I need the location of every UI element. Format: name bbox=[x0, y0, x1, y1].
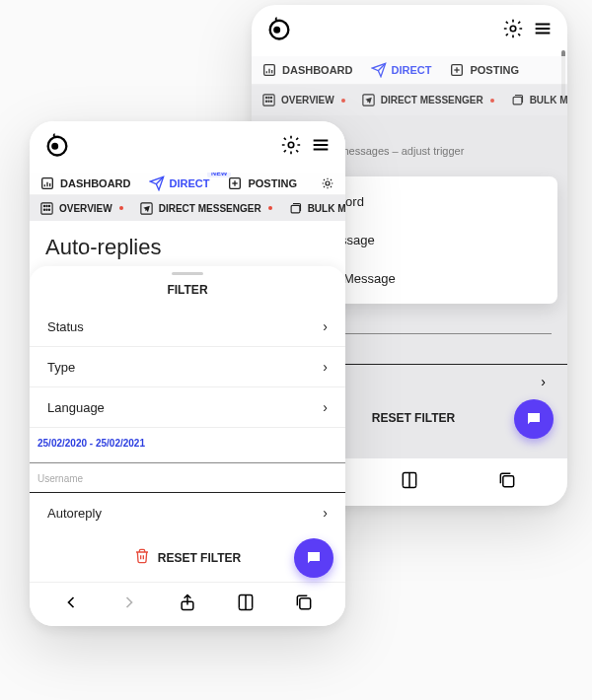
svg-point-41 bbox=[48, 205, 49, 206]
tab-label: DIRECT bbox=[170, 177, 210, 189]
filter-label: Language bbox=[47, 400, 105, 415]
header bbox=[252, 5, 567, 56]
sub-tabs: OVERVIEW DIRECT MESSENGER BULK MESSAGE bbox=[252, 85, 567, 115]
tab-dashboard[interactable]: DASHBOARD bbox=[39, 175, 131, 191]
filter-label: Autoreply bbox=[47, 506, 102, 521]
tab-label: DASHBOARD bbox=[60, 177, 131, 189]
svg-point-26 bbox=[288, 142, 294, 148]
svg-point-40 bbox=[46, 205, 47, 206]
placeholder: Username bbox=[37, 473, 83, 484]
subtab-label: OVERVIEW bbox=[281, 95, 334, 105]
tab-direct[interactable]: DIRECT bbox=[371, 62, 432, 78]
chevron-right-icon: › bbox=[323, 359, 328, 375]
filter-label: Type bbox=[47, 360, 75, 375]
bookmarks-icon[interactable] bbox=[400, 470, 419, 494]
chat-fab[interactable] bbox=[294, 538, 333, 578]
settings-icon[interactable] bbox=[280, 134, 302, 160]
share-icon[interactable] bbox=[178, 593, 197, 616]
filter-autoreply[interactable]: Autoreply › bbox=[30, 493, 345, 532]
svg-point-25 bbox=[52, 144, 57, 149]
svg-point-44 bbox=[48, 209, 49, 210]
chevron-right-icon: › bbox=[323, 399, 328, 415]
notification-dot bbox=[119, 206, 123, 210]
tab-label: DIRECT bbox=[392, 64, 432, 76]
svg-point-18 bbox=[268, 101, 269, 102]
tab-label: POSTING bbox=[248, 177, 297, 189]
filter-type[interactable]: Type › bbox=[30, 347, 345, 387]
chat-fab[interactable] bbox=[514, 399, 554, 439]
subtab-overview[interactable]: OVERVIEW bbox=[261, 93, 345, 107]
subtab-bulk[interactable]: BULK MESSAGE bbox=[510, 93, 567, 107]
tab-dashboard[interactable]: DASHBOARD bbox=[261, 62, 353, 78]
svg-rect-13 bbox=[263, 95, 274, 105]
filter-label: Status bbox=[47, 319, 84, 334]
svg-point-43 bbox=[46, 209, 47, 210]
subtab-label: DIRECT MESSENGER bbox=[159, 203, 261, 214]
subtab-direct-messenger[interactable]: DIRECT MESSENGER bbox=[361, 93, 494, 107]
filter-date-range[interactable]: 25/02/2020 - 25/02/2021 bbox=[30, 428, 345, 463]
chevron-right-icon: › bbox=[323, 505, 328, 521]
tabs-icon[interactable] bbox=[294, 593, 314, 616]
trash-icon bbox=[134, 548, 150, 568]
svg-point-15 bbox=[268, 97, 269, 98]
subtab-bulk[interactable]: BULK MESSAGE bbox=[288, 201, 345, 216]
menu-icon[interactable] bbox=[532, 18, 554, 43]
tab-more[interactable] bbox=[320, 175, 335, 191]
forward-icon bbox=[119, 593, 139, 616]
browser-toolbar bbox=[30, 582, 345, 626]
svg-rect-46 bbox=[291, 205, 300, 213]
svg-point-17 bbox=[265, 101, 266, 102]
tab-posting[interactable]: POSTING bbox=[227, 175, 297, 191]
filter-status[interactable]: Status › bbox=[30, 307, 345, 347]
svg-point-14 bbox=[265, 97, 266, 98]
filter-username-input[interactable]: Username bbox=[30, 463, 345, 493]
svg-point-42 bbox=[43, 209, 44, 210]
sub-tabs: OVERVIEW DIRECT MESSENGER BULK MESSAGE bbox=[30, 195, 345, 221]
back-icon[interactable] bbox=[61, 593, 81, 616]
reset-label: RESET FILTER bbox=[372, 411, 455, 425]
tab-label: POSTING bbox=[470, 64, 519, 76]
filter-heading: FILTER bbox=[30, 279, 345, 307]
subtab-overview[interactable]: OVERVIEW bbox=[39, 201, 123, 216]
svg-point-1 bbox=[274, 28, 279, 33]
tab-direct[interactable]: DIRECT NEW bbox=[149, 175, 210, 191]
sheet-handle[interactable] bbox=[172, 272, 203, 275]
tab-label: DASHBOARD bbox=[282, 64, 353, 76]
settings-icon[interactable] bbox=[502, 18, 524, 43]
svg-rect-48 bbox=[300, 598, 311, 609]
subtab-label: DIRECT MESSENGER bbox=[381, 95, 483, 105]
notification-dot bbox=[268, 206, 272, 210]
notification-dot bbox=[341, 99, 345, 103]
reset-filter-button[interactable]: RESET FILTER bbox=[158, 551, 241, 565]
svg-point-19 bbox=[270, 101, 271, 102]
tab-posting[interactable]: POSTING bbox=[449, 62, 519, 78]
header bbox=[30, 121, 345, 173]
svg-point-16 bbox=[270, 97, 271, 98]
chevron-right-icon[interactable]: › bbox=[541, 374, 546, 389]
filter-language[interactable]: Language › bbox=[30, 387, 345, 428]
svg-point-39 bbox=[43, 205, 44, 206]
menu-icon[interactable] bbox=[310, 134, 332, 160]
subtab-label: BULK MESSAGE bbox=[530, 95, 567, 105]
filter-sheet: FILTER Status › Type › Language › 25/02/… bbox=[30, 266, 345, 582]
phone-front: DASHBOARD DIRECT NEW POSTING OVERVIEW DI… bbox=[30, 121, 345, 626]
subtab-direct-messenger[interactable]: DIRECT MESSENGER bbox=[139, 201, 272, 216]
subtab-label: OVERVIEW bbox=[59, 203, 112, 214]
tabs-icon[interactable] bbox=[497, 470, 517, 494]
subtab-label: BULK MESSAGE bbox=[308, 203, 345, 214]
top-tabs: DASHBOARD DIRECT POSTING bbox=[252, 56, 567, 85]
svg-rect-23 bbox=[502, 476, 513, 487]
svg-point-2 bbox=[510, 26, 516, 32]
page-title: Auto-replies bbox=[30, 221, 345, 266]
top-tabs: DASHBOARD DIRECT NEW POSTING bbox=[30, 173, 345, 195]
svg-rect-38 bbox=[41, 203, 52, 214]
app-logo-icon bbox=[43, 131, 71, 163]
chevron-right-icon: › bbox=[323, 318, 328, 334]
svg-point-37 bbox=[326, 181, 330, 185]
notification-dot bbox=[490, 99, 494, 103]
app-logo-icon bbox=[265, 15, 293, 46]
bookmarks-icon[interactable] bbox=[236, 593, 256, 616]
reset-row: RESET FILTER bbox=[30, 532, 345, 582]
svg-rect-21 bbox=[513, 97, 522, 105]
